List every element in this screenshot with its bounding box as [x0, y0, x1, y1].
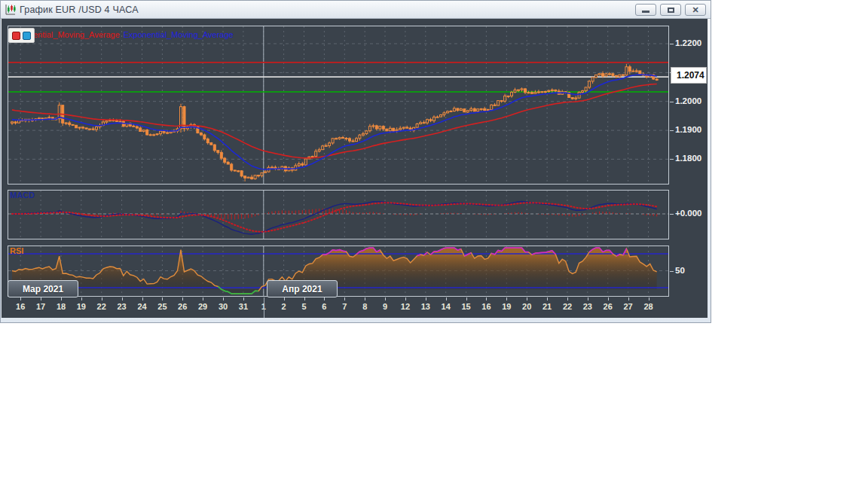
x-axis-label: 13 — [417, 302, 435, 311]
x-axis-label: 27 — [619, 302, 637, 311]
x-axis-tick — [344, 297, 345, 300]
desktop-background: График EUR /USD 4 ЧАСА ✕ ential_Moving_A… — [0, 0, 868, 488]
price-chart-panel[interactable]: ential_Moving_AverageExponential_Moving_… — [8, 26, 669, 185]
x-axis-label: 18 — [52, 302, 70, 311]
ema-blue-legend-label: Exponential_Moving_Average — [124, 30, 234, 39]
minimize-button[interactable] — [635, 4, 656, 16]
x-axis-tick — [385, 297, 386, 300]
x-axis-tick — [426, 297, 426, 300]
restore-icon — [668, 8, 674, 13]
x-axis-tick — [567, 297, 568, 300]
macd-panel[interactable]: MACD — [8, 190, 669, 239]
x-axis-label: 29 — [194, 302, 212, 311]
x-axis-label: 6 — [315, 302, 333, 311]
x-axis-label: 5 — [295, 302, 313, 311]
month-marker-apr-2021: Апр 2021 — [267, 280, 338, 297]
x-axis-label: 19 — [497, 302, 515, 311]
x-axis-tick — [324, 297, 325, 300]
x-axis-label: 16 — [477, 302, 495, 311]
x-axis-tick — [588, 297, 588, 300]
macd-canvas[interactable] — [8, 190, 669, 239]
x-axis-label: 22 — [558, 302, 576, 311]
x-axis-tick — [304, 297, 305, 300]
price-axis[interactable]: 1.2074 1.22001.21001.20001.19001.1800+0.… — [669, 19, 708, 318]
rsi-canvas[interactable] — [8, 246, 669, 297]
x-axis-tick — [182, 297, 183, 300]
macd-zero-label: +0.000 — [675, 209, 702, 218]
month-marker-mar-2021: Мар 2021 — [8, 280, 78, 297]
x-axis-label: 8 — [356, 302, 374, 311]
x-axis-tick — [122, 297, 123, 300]
price-chart-canvas[interactable] — [8, 26, 669, 185]
x-axis-tick — [162, 297, 163, 300]
x-axis-label: 31 — [234, 302, 252, 311]
x-axis-tick — [506, 297, 507, 300]
rsi-axis-tick — [670, 271, 674, 272]
rsi-label: RSI — [10, 246, 23, 255]
restore-button[interactable] — [660, 4, 681, 16]
x-axis-label: 30 — [214, 302, 232, 311]
macd-axis-tick — [670, 214, 674, 215]
x-axis-label: 28 — [640, 302, 658, 311]
x-axis-tick — [527, 297, 527, 300]
x-axis-tick — [41, 297, 41, 300]
x-axis-label: 20 — [518, 302, 536, 311]
x-axis-label: 25 — [153, 302, 171, 311]
x-axis-label: 26 — [599, 302, 617, 311]
x-axis-tick — [284, 297, 285, 300]
candlestick-chart-icon — [5, 4, 17, 16]
price-axis-tick — [670, 44, 674, 44]
rsi-mid-label: 50 — [675, 266, 685, 275]
blue-ema-swatch-button[interactable] — [23, 32, 31, 40]
x-axis-label: 19 — [72, 302, 90, 311]
chart-window[interactable]: График EUR /USD 4 ЧАСА ✕ ential_Moving_A… — [0, 0, 711, 323]
x-axis-tick — [203, 297, 203, 300]
x-axis-tick — [142, 297, 143, 300]
x-axis-tick — [608, 297, 609, 300]
x-axis-label: 16 — [11, 302, 29, 311]
chart-client-area: ential_Moving_AverageExponential_Moving_… — [2, 19, 708, 318]
price-axis-tick — [670, 130, 674, 131]
window-title: График EUR /USD 4 ЧАСА — [20, 5, 139, 15]
x-axis-label: 24 — [133, 302, 151, 311]
x-axis-tick — [365, 297, 365, 300]
x-axis-label: 9 — [376, 302, 394, 311]
rsi-panel[interactable]: RSI — [8, 246, 669, 297]
month-separator — [264, 297, 264, 318]
price-axis-label: 1.1900 — [675, 125, 701, 134]
price-axis-label: 1.1800 — [675, 154, 701, 163]
window-controls: ✕ — [635, 4, 706, 16]
x-axis-label: 23 — [579, 302, 597, 311]
price-axis-tick — [670, 159, 674, 160]
x-axis-tick — [628, 297, 629, 300]
current-price-value: 1.2074 — [677, 70, 704, 81]
x-axis-label: 23 — [113, 302, 131, 311]
x-axis-tick — [486, 297, 487, 300]
x-axis-label: 2 — [275, 302, 293, 311]
x-axis-label: 14 — [437, 302, 455, 311]
indicator-buttons — [8, 28, 35, 43]
x-axis-tick — [446, 297, 447, 300]
x-axis-tick — [20, 297, 21, 300]
price-axis-tick — [670, 102, 674, 102]
x-axis-tick — [61, 297, 62, 300]
title-bar[interactable]: График EUR /USD 4 ЧАСА ✕ — [1, 1, 711, 19]
legend: ential_Moving_AverageExponential_Moving_… — [33, 30, 234, 39]
x-axis-tick — [243, 297, 244, 300]
x-axis-label: 22 — [93, 302, 111, 311]
macd-label: MACD — [10, 191, 35, 200]
ema-red-legend-label: ential_Moving_Average — [33, 30, 120, 39]
red-ema-swatch-button[interactable] — [12, 32, 20, 40]
close-button[interactable]: ✕ — [685, 4, 706, 16]
x-axis-tick — [466, 297, 467, 300]
x-axis-label: 26 — [173, 302, 191, 311]
current-price-badge: 1.2074 — [671, 67, 707, 84]
price-axis-label: 1.2000 — [675, 96, 701, 105]
x-axis-tick — [405, 297, 406, 300]
date-axis[interactable]: 1617181922232425262930311256789121314151… — [2, 297, 708, 318]
x-axis-tick — [81, 297, 82, 300]
close-icon: ✕ — [692, 6, 698, 14]
x-axis-tick — [102, 297, 102, 300]
x-axis-label: 15 — [457, 302, 475, 311]
x-axis-label: 21 — [538, 302, 556, 311]
